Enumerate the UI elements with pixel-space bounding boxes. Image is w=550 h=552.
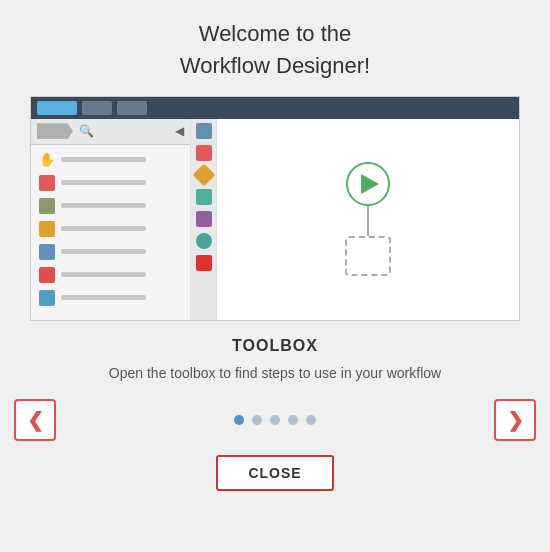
list-item — [31, 264, 190, 286]
dot-1 — [234, 415, 244, 425]
list-item: ✋ — [31, 149, 190, 171]
flow-connector — [367, 206, 369, 236]
dot-4 — [288, 415, 298, 425]
preview-collapse-icon: ◀ — [175, 124, 184, 138]
play-icon — [361, 174, 379, 194]
building-icon — [39, 198, 55, 214]
dot-3 — [270, 415, 280, 425]
section-description: Open the toolbox to find steps to use in… — [69, 365, 481, 381]
preview-tab-1 — [82, 101, 112, 115]
hand-icon: ✋ — [39, 152, 55, 168]
star-icon — [39, 267, 55, 283]
flow-end-node — [345, 236, 391, 276]
preview-icon-sidebar — [191, 119, 217, 320]
prev-button[interactable]: ❮ — [14, 399, 56, 441]
diamond-icon — [192, 163, 215, 186]
flow-diagram — [345, 162, 391, 276]
mail2-icon — [196, 145, 212, 161]
page-title: Welcome to the Workflow Designer! — [180, 18, 370, 82]
dot-5 — [306, 415, 316, 425]
preview-tab-active — [37, 101, 77, 115]
database-icon — [39, 221, 55, 237]
list-item — [31, 241, 190, 263]
list-item — [31, 287, 190, 309]
navigation-row: ❮ ❯ — [0, 399, 550, 441]
preview-topbar — [31, 97, 519, 119]
preview-sidebar: 🔍 ◀ ✋ — [31, 119, 191, 320]
network-icon — [39, 244, 55, 260]
preview-breadcrumb-arrow — [37, 123, 73, 139]
box-icon — [39, 290, 55, 306]
mail-icon — [39, 175, 55, 191]
preview-area: 🔍 ◀ ✋ — [30, 96, 520, 321]
preview-search-icon: 🔍 — [79, 124, 94, 138]
preview-sidebar-topbar: 🔍 ◀ — [31, 119, 190, 145]
list-item — [31, 218, 190, 240]
figure-icon — [196, 189, 212, 205]
preview-canvas — [217, 119, 519, 320]
split-icon — [196, 211, 212, 227]
section-title: TOOLBOX — [232, 337, 318, 355]
clock-icon — [196, 233, 212, 249]
dot-2 — [252, 415, 262, 425]
flow-start-node — [346, 162, 390, 206]
person-icon — [196, 123, 212, 139]
preview-tab-2 — [117, 101, 147, 115]
close-button[interactable]: CLOSE — [216, 455, 333, 491]
redsquare-icon — [196, 255, 212, 271]
list-item — [31, 195, 190, 217]
preview-sidebar-items-list: ✋ — [31, 145, 190, 313]
preview-body: 🔍 ◀ ✋ — [31, 119, 519, 320]
dots-indicator — [234, 415, 316, 425]
list-item — [31, 172, 190, 194]
next-button[interactable]: ❯ — [494, 399, 536, 441]
